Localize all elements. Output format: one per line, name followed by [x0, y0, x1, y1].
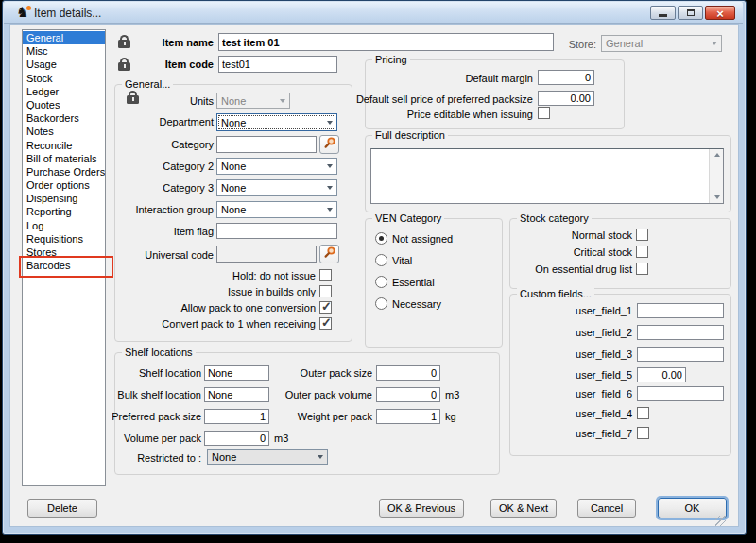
shelf-locations-title: Shelf locations — [122, 347, 196, 359]
issue-builds-checkbox[interactable] — [319, 285, 332, 297]
sidebar-item-bill-of-materials[interactable]: Bill of materials — [23, 152, 105, 165]
arrow-down-icon — [714, 195, 720, 199]
user-field-6-input[interactable] — [637, 386, 724, 401]
user-field-7-label: user_field_7 — [528, 428, 632, 440]
custom-fields-title: Custom fields... — [517, 288, 594, 300]
sidebar-item-dispensing[interactable]: Dispensing — [23, 192, 105, 205]
ok-previous-button[interactable]: OK & Previous — [379, 499, 464, 518]
convert-pack-checkbox[interactable] — [319, 317, 332, 330]
sidebar-item-purchase-orders[interactable]: Purchase Orders — [23, 165, 105, 178]
sidebar-item-log[interactable]: Log — [23, 219, 105, 232]
outer-pack-size-input[interactable] — [376, 365, 440, 381]
category2-select[interactable]: None — [216, 158, 337, 175]
delete-button[interactable]: Delete — [27, 499, 97, 518]
sell-price-input[interactable] — [538, 91, 594, 106]
arrow-up-icon — [714, 153, 720, 157]
user-field-1-input[interactable] — [637, 303, 724, 318]
cancel-button[interactable]: Cancel — [577, 499, 636, 518]
weight-per-pack-input[interactable] — [376, 409, 440, 424]
bulk-shelf-location-input[interactable] — [204, 387, 269, 402]
user-field-3-input[interactable] — [637, 347, 724, 362]
resize-grip[interactable] — [715, 516, 726, 526]
sidebar-item-usage[interactable]: Usage — [23, 58, 105, 71]
sidebar-item-quotes[interactable]: Quotes — [23, 98, 105, 111]
interaction-group-label: Interaction group — [114, 204, 214, 216]
category3-label: Category 3 — [114, 182, 214, 195]
essential-drug-list-checkbox[interactable] — [636, 263, 648, 275]
window-title: Item details... — [34, 7, 101, 20]
close-icon — [716, 5, 724, 22]
chevron-down-icon — [327, 186, 333, 190]
user-field-2-input[interactable] — [637, 325, 724, 340]
search-icon — [323, 136, 336, 153]
scroll-down-button[interactable] — [711, 192, 723, 203]
sidebar-item-general[interactable]: General — [23, 31, 105, 44]
user-field-2-label: user_field_2 — [528, 327, 632, 339]
restricted-to-select[interactable]: None — [207, 449, 328, 465]
category-search-button[interactable] — [319, 135, 339, 154]
ven-essential-radio[interactable] — [375, 276, 387, 288]
allow-pack-checkbox[interactable] — [319, 301, 332, 314]
app-icon: ♞ — [16, 4, 33, 21]
store-label: Store: — [532, 39, 596, 51]
ven-not-assigned-radio[interactable] — [375, 232, 387, 245]
universal-code-search-button[interactable] — [319, 245, 339, 263]
units-select[interactable]: None — [216, 93, 290, 109]
sidebar-item-notes[interactable]: Notes — [23, 125, 105, 138]
sidebar-item-requisitions[interactable]: Requisitions — [23, 232, 105, 246]
screen-background: ♞ Item details... General Misc Usage Sto… — [0, 0, 756, 543]
chevron-down-icon — [280, 99, 285, 103]
universal-code-input[interactable] — [216, 246, 317, 263]
full-description-textarea[interactable] — [370, 148, 724, 204]
full-description-title: Full description — [372, 129, 448, 142]
item-name-label: Item name — [133, 37, 214, 49]
user-field-5-input[interactable] — [637, 367, 686, 382]
item-name-input[interactable] — [218, 33, 554, 51]
close-button[interactable] — [705, 6, 735, 20]
normal-stock-label: Normal stock — [502, 229, 632, 242]
category-input[interactable] — [216, 136, 317, 153]
weight-per-pack-label: Weight per pack — [266, 411, 372, 423]
titlebar[interactable]: ♞ Item details... — [4, 2, 743, 24]
item-flag-label: Item flag — [114, 226, 214, 238]
item-flag-input[interactable] — [216, 223, 337, 239]
ok-next-button[interactable]: OK & Next — [490, 499, 557, 518]
essential-drug-list-label: On essential drug list — [502, 263, 632, 276]
category2-label: Category 2 — [114, 161, 214, 173]
shelf-location-input[interactable] — [204, 365, 269, 381]
ven-vital-radio[interactable] — [375, 254, 387, 266]
restricted-to-label: Restricted to : — [95, 452, 201, 465]
category3-select[interactable]: None — [216, 179, 337, 196]
volume-per-pack-input[interactable] — [204, 431, 269, 446]
item-code-input[interactable] — [218, 56, 337, 73]
sidebar-item-ledger[interactable]: Ledger — [23, 85, 105, 98]
outer-pack-volume-label: Outer pack volume — [266, 389, 372, 401]
ven-necessary-radio[interactable] — [375, 297, 387, 310]
critical-stock-checkbox[interactable] — [636, 246, 648, 258]
minimize-button[interactable] — [650, 6, 676, 20]
outer-pack-volume-input[interactable] — [376, 387, 440, 402]
user-field-7-checkbox[interactable] — [637, 427, 649, 439]
description-scrollbar[interactable] — [709, 149, 723, 203]
price-editable-label: Price editable when issuing — [308, 109, 533, 121]
interaction-group-select[interactable]: None — [216, 201, 337, 218]
default-margin-input[interactable] — [538, 70, 594, 85]
maximize-button[interactable] — [678, 6, 703, 20]
allow-pack-label: Allow pack to one conversion — [162, 302, 316, 314]
sidebar-item-stock[interactable]: Stock — [23, 72, 105, 85]
pricing-group-title: Pricing — [372, 54, 410, 66]
preferred-pack-size-input[interactable] — [204, 409, 269, 424]
sidebar-item-reporting[interactable]: Reporting — [23, 205, 105, 218]
hold-checkbox[interactable] — [319, 269, 332, 281]
user-field-4-checkbox[interactable] — [637, 407, 649, 419]
department-label: Department — [114, 116, 214, 128]
sidebar-item-backorders[interactable]: Backorders — [23, 111, 105, 125]
chevron-down-icon — [327, 208, 333, 212]
store-select[interactable]: General — [601, 35, 722, 52]
sidebar-item-reconcile[interactable]: Reconcile — [23, 139, 105, 152]
sidebar-item-order-options[interactable]: Order options — [23, 178, 105, 192]
price-editable-checkbox[interactable] — [538, 107, 550, 119]
sidebar-item-misc[interactable]: Misc — [23, 44, 105, 58]
scroll-up-button[interactable] — [711, 149, 723, 161]
normal-stock-checkbox[interactable] — [636, 229, 648, 241]
